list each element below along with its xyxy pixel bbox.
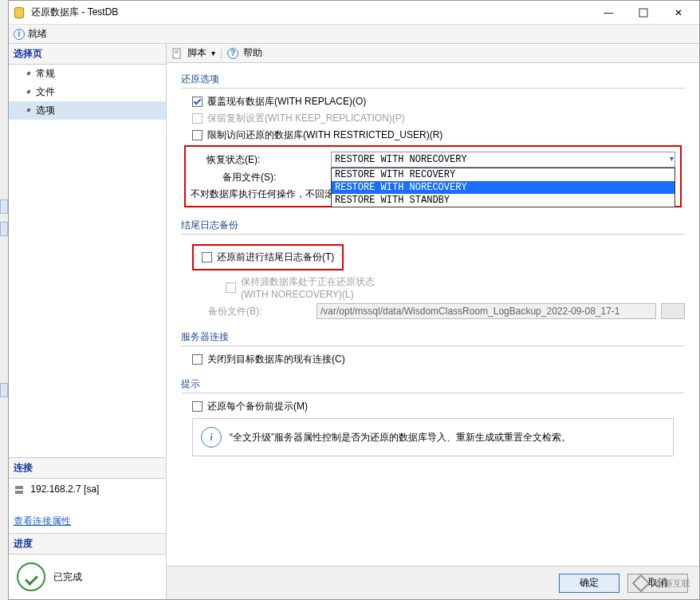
browse-button — [661, 303, 685, 319]
svg-marker-7 — [633, 575, 649, 591]
label-no-op-text: 不对数据库执行任何操作，不回滚 — [191, 188, 334, 201]
checkbox-prompt-each[interactable] — [192, 401, 203, 412]
ok-button[interactable]: 确定 — [559, 574, 619, 593]
server-icon — [14, 484, 25, 495]
edge-stub — [0, 222, 8, 236]
group-restore-options: 还原选项 — [181, 73, 685, 89]
label-backup-file: 备份文件(B): — [208, 305, 312, 318]
brand-logo: 创新互联 — [630, 571, 698, 595]
titlebar: 还原数据库 - TestDB — ✕ — [9, 1, 699, 25]
dropdown-selected: RESTORE WITH NORECOVERY — [331, 152, 675, 168]
group-tail-log: 结尾日志备份 — [181, 219, 685, 235]
main-options: 还原选项 覆盖现有数据库(WITH REPLACE)(O) 保留复制设置(WIT… — [167, 63, 699, 566]
progress-done-text: 已完成 — [53, 570, 82, 584]
checkbox-keep-replication — [192, 113, 203, 124]
edge-stub — [0, 383, 8, 397]
group-hint: 提示 — [181, 377, 685, 393]
script-icon — [171, 48, 183, 59]
progress-body: 已完成 — [9, 555, 166, 599]
dropdown-option-norecovery[interactable]: RESTORE WITH NORECOVERY — [332, 181, 674, 194]
label-keep-source-restoring2: (WITH NORECOVERY)(L) — [241, 289, 354, 300]
label-prompt-each: 还原每个备份前提示(M) — [207, 400, 308, 413]
sidebar: 选择页 常规 文件 选项 连接 192.168.2.7 [sa] 查 — [9, 44, 167, 599]
row-backup-file: 备份文件(B): /var/opt/mssql/data/WisdomClass… — [208, 303, 685, 319]
connection-section: 连接 192.168.2.7 [sa] 查看连接属性 — [9, 457, 166, 533]
sidebar-section-select: 选择页 — [9, 44, 166, 65]
connection-title: 连接 — [9, 458, 166, 479]
tip-text: “全文升级”服务器属性控制是否为还原的数据库导入、重新生成或重置全文检索。 — [230, 431, 571, 444]
edge-stub — [0, 199, 8, 214]
label-recovery-state: 恢复状态(E): — [191, 153, 326, 167]
window-title: 还原数据库 - TestDB — [31, 6, 591, 19]
highlight-tail-log: 还原前进行结尾日志备份(T) — [192, 244, 344, 270]
cx-logo-icon — [630, 572, 652, 594]
checkbox-tail-log-before-restore[interactable] — [202, 252, 212, 262]
svg-rect-2 — [15, 486, 23, 489]
wrench-icon — [23, 69, 33, 79]
info-icon: i — [14, 29, 25, 40]
checkbox-overwrite[interactable] — [192, 97, 203, 107]
label-restricted-user: 限制访问还原的数据库(WITH RESTRICTED_USER)(R) — [207, 128, 442, 142]
label-close-existing: 关闭到目标数据库的现有连接(C) — [207, 353, 345, 366]
sidebar-item-label: 常规 — [36, 67, 55, 81]
group-server-connections: 服务器连接 — [181, 330, 685, 346]
view-connection-properties-link[interactable]: 查看连接属性 — [14, 515, 71, 528]
help-icon: ? — [227, 48, 238, 59]
maximize-button[interactable] — [626, 2, 661, 24]
row-keep-source-restoring: 保持源数据库处于正在还原状态 (WITH NORECOVERY)(L) — [226, 275, 685, 300]
wrench-icon — [23, 88, 33, 97]
close-button[interactable]: ✕ — [661, 2, 696, 24]
checkbox-keep-source-restoring — [226, 282, 236, 293]
content-pane: 脚本 ▾ | ? 帮助 还原选项 覆盖现有数据库(WITH REPLACE)(O… — [167, 44, 699, 599]
dropdown-list: RESTORE WITH RECOVERY RESTORE WITH NOREC… — [331, 168, 675, 207]
svg-rect-1 — [639, 9, 647, 17]
brand-text: 创新互联 — [655, 578, 690, 590]
dropdown-option-standby[interactable]: RESTORE WITH STANDBY — [332, 194, 674, 207]
status-bar: i 就绪 — [9, 25, 699, 44]
checkbox-restricted-user[interactable] — [192, 130, 203, 140]
check-circle-icon — [17, 562, 45, 591]
sidebar-item-files[interactable]: 文件 — [9, 83, 166, 101]
db-restore-icon — [12, 6, 26, 20]
svg-rect-3 — [15, 491, 23, 494]
app-left-edge — [0, 0, 8, 600]
dropdown-option-recovery[interactable]: RESTORE WITH RECOVERY — [332, 168, 674, 181]
checkbox-close-existing[interactable] — [192, 354, 203, 365]
dialog-window: 还原数据库 - TestDB — ✕ i 就绪 选择页 常规 文件 选项 连 — [8, 0, 700, 600]
tip-box: i “全文升级”服务器属性控制是否为还原的数据库导入、重新生成或重置全文检索。 — [192, 418, 674, 456]
row-close-existing: 关闭到目标数据库的现有连接(C) — [192, 353, 685, 366]
dialog-footer: 确定 取消 — [167, 566, 699, 599]
row-keep-replication: 保留复制设置(WITH KEEP_REPLICATION)(P) — [192, 112, 685, 125]
row-restricted-user: 限制访问还原的数据库(WITH RESTRICTED_USER)(R) — [192, 128, 685, 142]
input-backup-file: /var/opt/mssql/data/WisdomClassRoom_LogB… — [317, 303, 656, 319]
row-overwrite: 覆盖现有数据库(WITH REPLACE)(O) — [192, 95, 685, 109]
minimize-button[interactable]: — — [591, 2, 626, 24]
status-text: 就绪 — [28, 27, 47, 41]
help-button[interactable]: 帮助 — [243, 46, 262, 60]
svg-rect-4 — [173, 49, 180, 58]
row-prompt-each: 还原每个备份前提示(M) — [192, 400, 685, 413]
dialog-body: 选择页 常规 文件 选项 连接 192.168.2.7 [sa] 查 — [9, 44, 699, 599]
label-tail-log-before-restore: 还原前进行结尾日志备份(T) — [217, 251, 334, 264]
recovery-state-dropdown[interactable]: RESTORE WITH NORECOVERY ▾ RESTORE WITH R… — [331, 152, 675, 168]
connection-server: 192.168.2.7 [sa] — [30, 484, 99, 495]
sidebar-item-label: 文件 — [36, 85, 55, 99]
highlight-recovery-state: 恢复状态(E): RESTORE WITH NORECOVERY ▾ RESTO… — [184, 145, 682, 207]
label-standby-file: 备用文件(S): — [191, 171, 326, 184]
content-toolbar: 脚本 ▾ | ? 帮助 — [167, 44, 699, 63]
progress-title: 进度 — [9, 533, 166, 555]
label-overwrite: 覆盖现有数据库(WITH REPLACE)(O) — [207, 95, 366, 109]
label-keep-source-restoring: 保持源数据库处于正在还原状态 — [241, 276, 375, 287]
script-dropdown-arrow[interactable]: ▾ — [211, 49, 215, 57]
sidebar-item-general[interactable]: 常规 — [9, 65, 166, 83]
chevron-down-icon: ▾ — [670, 154, 674, 163]
info-icon: i — [201, 427, 222, 448]
sidebar-item-options[interactable]: 选项 — [9, 101, 166, 120]
wrench-icon — [23, 106, 33, 116]
label-keep-replication: 保留复制设置(WITH KEEP_REPLICATION)(P) — [207, 112, 405, 125]
sidebar-item-label: 选项 — [36, 104, 55, 117]
script-button[interactable]: 脚本 — [187, 46, 206, 60]
